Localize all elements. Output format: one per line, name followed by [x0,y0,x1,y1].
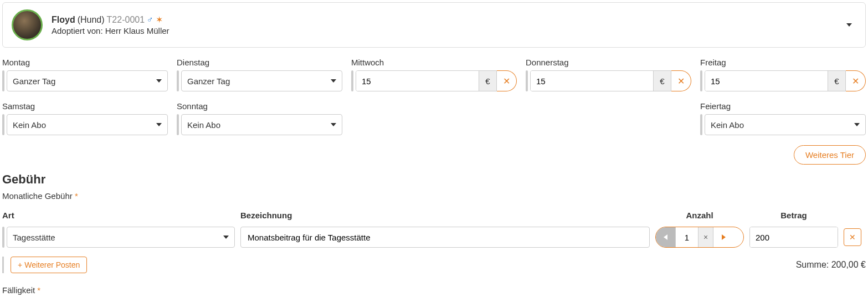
triangle-right-icon [722,234,726,240]
col-desc: Bezeichnung [240,211,650,220]
weekday-row-1: Montag Ganzer Tag Dienstag Ganzer Tag Mi… [2,58,866,91]
currency-label: € [828,71,845,91]
indicator-bar [177,70,179,91]
chevron-down-icon [846,23,852,27]
select-saturday[interactable]: Kein Abo [7,114,168,135]
indicator-bar [351,70,353,91]
table-row: Tagesstätte × € ✕ [2,224,866,250]
clear-button[interactable]: ✕ [846,70,866,91]
animal-name: Floyd [52,15,75,25]
fee-table: Art Bezeichnung Anzahl Betrag Tagesstätt… [2,206,866,250]
clear-button[interactable]: ✕ [497,70,517,91]
add-item-button[interactable]: + Weiterer Posten [11,257,87,273]
select-kind[interactable]: Tagesstätte [7,227,235,248]
delete-row-button[interactable]: ✕ [844,228,861,246]
animal-species: (Hund) [78,15,105,25]
currency-label: € [479,71,496,91]
add-animal-button[interactable]: Weiteres Tier [794,145,866,165]
qty-input[interactable] [676,227,698,247]
description-input[interactable] [240,227,650,248]
select-value: Kein Abo [711,120,854,130]
indicator-bar [177,114,179,135]
amount-input[interactable] [750,227,838,247]
label-sunday: Sonntag [177,101,342,111]
chevron-down-icon [331,79,336,83]
expand-button[interactable] [842,19,856,31]
price-input[interactable] [531,71,653,91]
select-value: Kein Abo [187,120,331,130]
required-indicator: * [75,191,78,201]
indicator-bar [2,114,4,135]
quantity-stepper[interactable]: × [655,227,744,248]
indicator-bar [2,227,4,248]
indicator-bar [526,70,528,91]
select-monday[interactable]: Ganzer Tag [7,70,168,91]
required-indicator: * [37,285,40,295]
chevron-down-icon [854,123,860,126]
weekday-row-2: Samstag Kein Abo Sonntag Kein Abo Feiert… [2,101,866,135]
header-text: Floyd (Hund) T22-0001 ♂ ✶ Adoptiert von:… [52,14,833,35]
input-friday[interactable]: € [705,70,846,91]
input-wednesday[interactable]: € [356,70,497,91]
label-monday: Montag [2,58,168,67]
select-value: Tagesstätte [13,233,223,242]
due-label: Fälligkeit [2,285,35,295]
male-icon: ♂ [147,15,153,25]
col-amt: Betrag [749,211,838,220]
adopted-by: Adoptiert von: Herr Klaus Müller [52,26,833,35]
close-icon: ✕ [503,76,510,86]
neuter-icon: ✶ [156,14,163,25]
close-icon: ✕ [677,76,685,86]
input-thursday[interactable]: € [530,70,671,91]
indicator-bar [700,114,702,135]
chevron-down-icon [156,79,162,83]
currency-label: € [653,71,671,91]
label-thursday: Donnerstag [526,58,691,67]
select-value: Kein Abo [13,120,156,130]
increment-button[interactable] [713,227,733,247]
fee-heading: Gebühr [2,172,866,187]
select-tuesday[interactable]: Ganzer Tag [181,70,342,91]
label-holiday: Feiertag [700,101,866,111]
add-item-label: Weiterer Posten [24,260,80,269]
chevron-down-icon [331,123,336,126]
select-value: Ganzer Tag [187,76,331,86]
sum-value: 200,00 € [831,260,866,269]
clear-button[interactable]: ✕ [671,70,691,91]
animal-code: T22-0001 [107,15,145,25]
times-label: × [698,227,713,247]
indicator-bar [2,70,4,91]
select-holiday[interactable]: Kein Abo [705,114,866,135]
amount-input-group[interactable]: € [749,227,838,248]
label-saturday: Samstag [2,101,168,111]
label-tuesday: Dienstag [177,58,342,67]
col-kind: Art [2,211,235,220]
select-value: Ganzer Tag [13,76,156,86]
triangle-left-icon [664,234,667,240]
decrement-button[interactable] [656,227,676,247]
plus-icon: + [18,260,22,269]
label-friday: Freitag [700,58,866,67]
sum-label: Summe: [796,260,829,269]
close-icon: ✕ [849,233,856,242]
price-input[interactable] [705,71,828,91]
chevron-down-icon [156,123,162,126]
close-icon: ✕ [852,76,859,86]
animal-header-card[interactable]: Floyd (Hund) T22-0001 ♂ ✶ Adoptiert von:… [2,2,866,48]
col-qty: Anzahl [655,211,744,220]
monthly-fee-label: Monatliche Gebühr [2,191,73,201]
avatar [12,9,43,40]
indicator-bar [700,70,702,91]
price-input[interactable] [356,71,479,91]
chevron-down-icon [223,236,229,239]
label-wednesday: Mittwoch [351,58,517,67]
select-sunday[interactable]: Kein Abo [181,114,342,135]
